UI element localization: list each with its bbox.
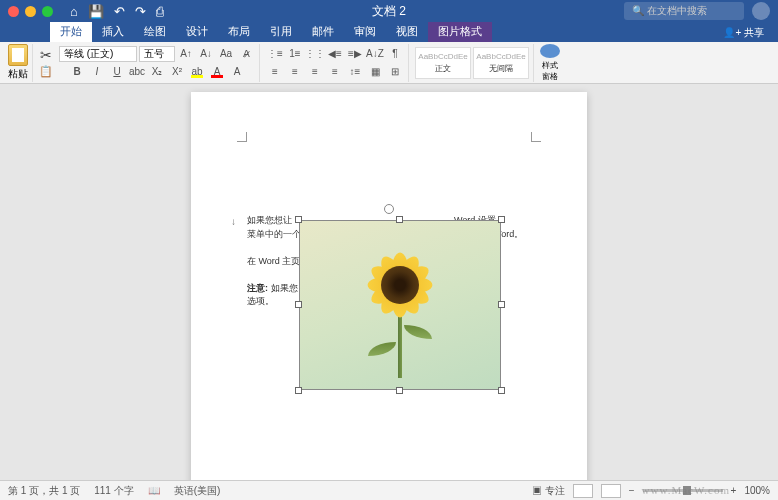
maximize-window-button[interactable] (42, 6, 53, 17)
search-input[interactable]: 🔍 在文档中搜索 (624, 2, 744, 20)
tab-home[interactable]: 开始 (50, 21, 92, 42)
clear-format-button[interactable]: A̷ (237, 46, 255, 62)
resize-handle[interactable] (295, 301, 302, 308)
resize-handle[interactable] (396, 216, 403, 223)
tab-layout[interactable]: 布局 (218, 21, 260, 42)
justify-button[interactable]: ≡ (326, 64, 344, 80)
language-status[interactable]: 英语(美国) (174, 484, 221, 498)
print-layout-view[interactable] (573, 484, 593, 498)
tab-mailings[interactable]: 邮件 (302, 21, 344, 42)
align-right-button[interactable]: ≡ (306, 64, 324, 80)
document-area[interactable]: ↓ 如果您想让xxxxxxxxxxxxxxxxxxxxxxxxxxxxxxxxx… (0, 84, 778, 480)
change-case-button[interactable]: Aa (217, 46, 235, 62)
cut-icon[interactable]: ✂ (40, 47, 52, 63)
align-left-button[interactable]: ≡ (266, 64, 284, 80)
font-color-button[interactable]: A (208, 64, 226, 80)
numbering-button[interactable]: 1≡ (286, 46, 304, 62)
resize-handle[interactable] (498, 301, 505, 308)
tab-references[interactable]: 引用 (260, 21, 302, 42)
resize-handle[interactable] (396, 387, 403, 394)
line-spacing-button[interactable]: ↕≡ (346, 64, 364, 80)
page-count[interactable]: 第 1 页，共 1 页 (8, 484, 80, 498)
tab-view[interactable]: 视图 (386, 21, 428, 42)
styles-pane-icon[interactable] (540, 44, 560, 58)
copy-icon[interactable]: 📋 (39, 65, 53, 78)
tab-review[interactable]: 审阅 (344, 21, 386, 42)
watermark: www.MacW.com (642, 484, 730, 496)
zoom-in-button[interactable]: + (731, 485, 737, 496)
user-avatar[interactable] (752, 2, 770, 20)
zoom-level[interactable]: 100% (744, 485, 770, 496)
print-icon[interactable]: ⎙ (156, 4, 164, 19)
redo-icon[interactable]: ↷ (135, 4, 146, 19)
style-normal[interactable]: AaBbCcDdEe 正文 (415, 47, 471, 79)
font-size-select[interactable]: 五号 (139, 46, 175, 62)
titlebar: ⌂ 💾 ↶ ↷ ⎙ 文档 2 🔍 在文档中搜索 (0, 0, 778, 22)
paste-button[interactable]: 粘贴 (8, 44, 28, 81)
underline-button[interactable]: U (108, 64, 126, 80)
tab-draw[interactable]: 绘图 (134, 21, 176, 42)
superscript-button[interactable]: X² (168, 64, 186, 80)
increase-font-button[interactable]: A↑ (177, 46, 195, 62)
tab-insert[interactable]: 插入 (92, 21, 134, 42)
subscript-button[interactable]: X₂ (148, 64, 166, 80)
zoom-out-button[interactable]: − (629, 485, 635, 496)
document-title: 文档 2 (372, 3, 406, 20)
margin-corner (237, 132, 247, 142)
styles-pane-label: 样式 窗格 (542, 60, 558, 82)
sort-button[interactable]: A↓Z (366, 46, 384, 62)
selected-image[interactable] (299, 220, 501, 390)
bold-button[interactable]: B (68, 64, 86, 80)
save-icon[interactable]: 💾 (88, 4, 104, 19)
close-window-button[interactable] (8, 6, 19, 17)
anchor-icon: ↓ (231, 216, 236, 227)
page[interactable]: ↓ 如果您想让xxxxxxxxxxxxxxxxxxxxxxxxxxxxxxxxx… (191, 92, 587, 480)
strikethrough-button[interactable]: abc (128, 64, 146, 80)
resize-handle[interactable] (498, 387, 505, 394)
focus-mode-button[interactable]: ▣ 专注 (532, 484, 565, 498)
decrease-indent-button[interactable]: ◀≡ (326, 46, 344, 62)
align-center-button[interactable]: ≡ (286, 64, 304, 80)
ribbon: 粘贴 ✂ 📋 等线 (正文) 五号 A↑ A↓ Aa A̷ B I U abc … (0, 42, 778, 84)
borders-button[interactable]: ⊞ (386, 64, 404, 80)
web-layout-view[interactable] (601, 484, 621, 498)
decrease-font-button[interactable]: A↓ (197, 46, 215, 62)
style-nospace[interactable]: AaBbCcDdEe 无间隔 (473, 47, 529, 79)
resize-handle[interactable] (498, 216, 505, 223)
shading-button[interactable]: ▦ (366, 64, 384, 80)
increase-indent-button[interactable]: ≡▶ (346, 46, 364, 62)
sunflower-image (300, 221, 500, 389)
clipboard-icon (8, 44, 28, 66)
margin-corner (531, 132, 541, 142)
show-marks-button[interactable]: ¶ (386, 46, 404, 62)
ribbon-tabs: 开始 插入 绘图 设计 布局 引用 邮件 审阅 视图 图片格式 👤+ 共享 (0, 22, 778, 42)
tab-design[interactable]: 设计 (176, 21, 218, 42)
text-effects-button[interactable]: A (228, 64, 246, 80)
tab-picture-format[interactable]: 图片格式 (428, 21, 492, 42)
share-button[interactable]: 👤+ 共享 (717, 24, 770, 42)
highlight-button[interactable]: ab (188, 64, 206, 80)
minimize-window-button[interactable] (25, 6, 36, 17)
resize-handle[interactable] (295, 216, 302, 223)
font-family-select[interactable]: 等线 (正文) (59, 46, 137, 62)
home-icon[interactable]: ⌂ (70, 4, 78, 19)
word-count[interactable]: 111 个字 (94, 484, 133, 498)
multilevel-button[interactable]: ⋮⋮ (306, 46, 324, 62)
bullets-button[interactable]: ⋮≡ (266, 46, 284, 62)
ruler-marks (247, 147, 531, 207)
spellcheck-icon[interactable]: 📖 (148, 485, 160, 496)
rotate-handle[interactable] (384, 204, 394, 214)
italic-button[interactable]: I (88, 64, 106, 80)
resize-handle[interactable] (295, 387, 302, 394)
undo-icon[interactable]: ↶ (114, 4, 125, 19)
